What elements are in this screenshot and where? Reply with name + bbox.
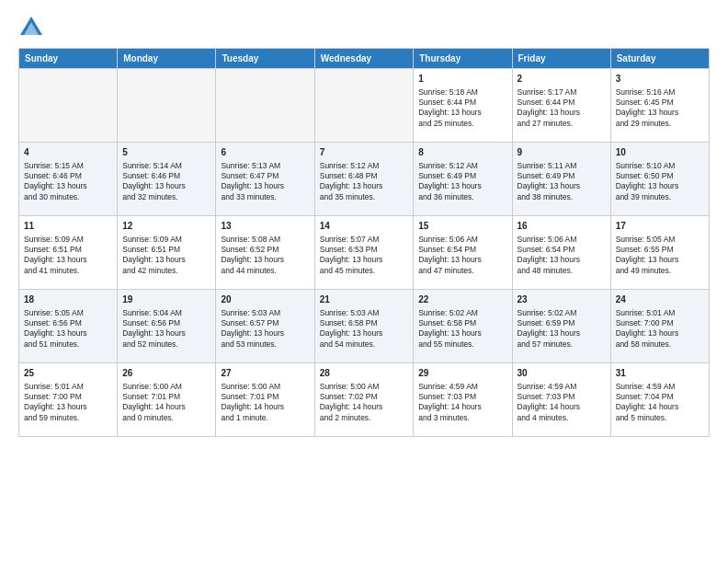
day-info: Daylight: 14 hours xyxy=(518,402,606,412)
day-cell: 6Sunrise: 5:13 AMSunset: 6:47 PMDaylight… xyxy=(216,143,314,216)
day-cell: 14Sunrise: 5:07 AMSunset: 6:53 PMDayligh… xyxy=(314,216,413,290)
day-number: 1 xyxy=(418,73,506,86)
day-number: 17 xyxy=(616,220,704,233)
day-info: and 54 minutes. xyxy=(320,339,408,350)
day-info: Sunset: 6:58 PM xyxy=(320,318,408,328)
day-number: 31 xyxy=(616,367,704,380)
day-number: 14 xyxy=(320,220,408,233)
day-info: and 0 minutes. xyxy=(122,413,210,423)
day-info: Sunrise: 5:03 AM xyxy=(221,308,309,318)
week-row-3: 11Sunrise: 5:09 AMSunset: 6:51 PMDayligh… xyxy=(19,216,710,290)
day-info: Daylight: 13 hours xyxy=(518,108,606,118)
day-number: 21 xyxy=(320,293,408,306)
day-info: Sunset: 6:59 PM xyxy=(518,318,606,328)
day-info: and 35 minutes. xyxy=(320,192,408,202)
day-info: Daylight: 13 hours xyxy=(616,328,704,339)
day-info: Daylight: 13 hours xyxy=(616,181,704,191)
day-number: 2 xyxy=(518,73,606,86)
day-info: Sunset: 6:51 PM xyxy=(24,245,112,255)
day-number: 13 xyxy=(221,220,309,233)
day-number: 8 xyxy=(418,146,506,159)
day-info: Daylight: 13 hours xyxy=(418,255,506,265)
day-cell: 7Sunrise: 5:12 AMSunset: 6:48 PMDaylight… xyxy=(314,143,413,216)
day-number: 26 xyxy=(122,367,210,380)
day-info: Sunset: 6:49 PM xyxy=(418,171,506,181)
day-info: and 57 minutes. xyxy=(518,339,606,350)
calendar-body: 1Sunrise: 5:18 AMSunset: 6:44 PMDaylight… xyxy=(19,69,710,437)
day-cell xyxy=(314,69,413,143)
day-cell: 30Sunrise: 4:59 AMSunset: 7:03 PMDayligh… xyxy=(512,363,610,437)
week-row-1: 1Sunrise: 5:18 AMSunset: 6:44 PMDaylight… xyxy=(19,69,710,143)
day-info: Sunset: 6:48 PM xyxy=(320,171,408,181)
logo-icon xyxy=(18,15,44,40)
day-info: Daylight: 13 hours xyxy=(24,328,112,339)
day-info: and 1 minute. xyxy=(221,413,309,423)
day-info: and 30 minutes. xyxy=(24,192,112,202)
day-info: Sunset: 7:03 PM xyxy=(518,392,606,402)
day-info: and 25 minutes. xyxy=(418,119,506,129)
day-info: Sunset: 6:53 PM xyxy=(320,245,408,255)
day-info: Daylight: 13 hours xyxy=(616,255,704,265)
day-info: Sunrise: 5:17 AM xyxy=(518,87,606,98)
day-info: Daylight: 13 hours xyxy=(320,181,408,191)
day-info: Daylight: 13 hours xyxy=(518,255,606,265)
day-cell: 17Sunrise: 5:05 AMSunset: 6:55 PMDayligh… xyxy=(610,216,709,290)
day-cell: 8Sunrise: 5:12 AMSunset: 6:49 PMDaylight… xyxy=(414,143,512,216)
day-info: Sunset: 7:01 PM xyxy=(221,392,309,402)
header xyxy=(18,15,710,40)
day-info: Daylight: 13 hours xyxy=(24,181,112,191)
day-info: and 59 minutes. xyxy=(24,413,112,423)
day-number: 19 xyxy=(122,293,210,306)
day-number: 25 xyxy=(24,367,112,380)
day-cell: 9Sunrise: 5:11 AMSunset: 6:49 PMDaylight… xyxy=(512,143,610,216)
day-number: 9 xyxy=(518,146,606,159)
day-cell: 15Sunrise: 5:06 AMSunset: 6:54 PMDayligh… xyxy=(414,216,512,290)
day-cell: 12Sunrise: 5:09 AMSunset: 6:51 PMDayligh… xyxy=(118,216,216,290)
day-info: Daylight: 13 hours xyxy=(122,328,210,339)
day-cell: 2Sunrise: 5:17 AMSunset: 6:44 PMDaylight… xyxy=(512,69,610,143)
day-info: Sunrise: 4:59 AM xyxy=(418,382,506,392)
calendar-table: SundayMondayTuesdayWednesdayThursdayFrid… xyxy=(18,48,710,437)
page: SundayMondayTuesdayWednesdayThursdayFrid… xyxy=(0,0,728,563)
day-cell: 16Sunrise: 5:06 AMSunset: 6:54 PMDayligh… xyxy=(512,216,610,290)
day-info: Sunset: 6:52 PM xyxy=(221,245,309,255)
day-info: Sunset: 6:56 PM xyxy=(122,318,210,328)
day-info: Daylight: 13 hours xyxy=(221,181,309,191)
day-info: Sunset: 6:58 PM xyxy=(418,318,506,328)
day-info: Sunrise: 5:05 AM xyxy=(616,235,704,245)
day-info: Sunrise: 5:10 AM xyxy=(616,161,704,171)
day-info: Daylight: 13 hours xyxy=(24,402,112,412)
day-info: Daylight: 13 hours xyxy=(320,328,408,339)
logo xyxy=(18,15,48,40)
day-cell: 29Sunrise: 4:59 AMSunset: 7:03 PMDayligh… xyxy=(414,363,512,437)
day-info: Sunset: 6:54 PM xyxy=(518,245,606,255)
day-number: 16 xyxy=(518,220,606,233)
day-info: Sunset: 6:57 PM xyxy=(221,318,309,328)
week-row-4: 18Sunrise: 5:05 AMSunset: 6:56 PMDayligh… xyxy=(19,290,710,363)
day-info: and 48 minutes. xyxy=(518,266,606,276)
day-cell: 31Sunrise: 4:59 AMSunset: 7:04 PMDayligh… xyxy=(610,363,709,437)
day-info: and 32 minutes. xyxy=(122,192,210,202)
week-row-2: 4Sunrise: 5:15 AMSunset: 6:46 PMDaylight… xyxy=(19,143,710,216)
day-number: 20 xyxy=(221,293,309,306)
day-info: Sunrise: 5:06 AM xyxy=(518,235,606,245)
day-info: Sunset: 6:55 PM xyxy=(616,245,704,255)
day-cell: 25Sunrise: 5:01 AMSunset: 7:00 PMDayligh… xyxy=(19,363,118,437)
day-info: and 58 minutes. xyxy=(616,339,704,350)
day-cell: 5Sunrise: 5:14 AMSunset: 6:46 PMDaylight… xyxy=(118,143,216,216)
day-cell: 13Sunrise: 5:08 AMSunset: 6:52 PMDayligh… xyxy=(216,216,314,290)
day-info: Daylight: 13 hours xyxy=(418,328,506,339)
day-info: and 5 minutes. xyxy=(616,413,704,423)
day-info: Sunrise: 5:06 AM xyxy=(418,235,506,245)
day-info: Sunset: 7:02 PM xyxy=(320,392,408,402)
day-info: Sunrise: 5:00 AM xyxy=(320,382,408,392)
day-info: Sunset: 7:04 PM xyxy=(616,392,704,402)
day-info: Daylight: 13 hours xyxy=(221,255,309,265)
day-info: and 41 minutes. xyxy=(24,266,112,276)
day-cell: 18Sunrise: 5:05 AMSunset: 6:56 PMDayligh… xyxy=(19,290,118,363)
day-number: 15 xyxy=(418,220,506,233)
day-info: Sunrise: 5:09 AM xyxy=(24,235,112,245)
day-info: and 44 minutes. xyxy=(221,266,309,276)
day-info: and 51 minutes. xyxy=(24,339,112,350)
day-cell: 10Sunrise: 5:10 AMSunset: 6:50 PMDayligh… xyxy=(610,143,709,216)
